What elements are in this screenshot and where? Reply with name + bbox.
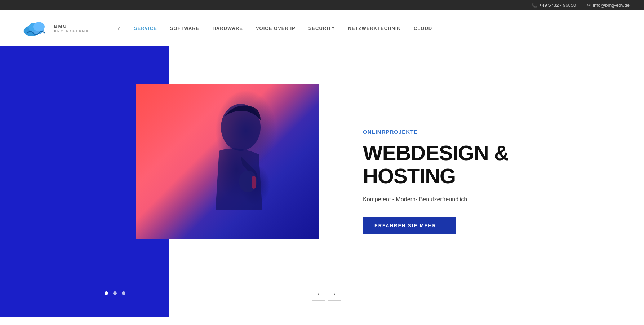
svg-point-3 xyxy=(33,22,45,31)
hero-subtitle: Kompetent - Modern- Benutzerfreundlich xyxy=(363,196,615,203)
nav-cloud-link[interactable]: CLOUD xyxy=(414,26,432,31)
logo-subtext: EDV-SYSTEME xyxy=(54,29,89,32)
navbar: BMG EDV-SYSTEME ⌂ SERVICE SOFTWARE HARDW… xyxy=(0,10,644,46)
person-svg xyxy=(136,84,319,239)
nav-hardware[interactable]: HARDWARE xyxy=(212,25,243,31)
right-content: ONLINRPROJEKTE WEBDESIGN & HOSTING Kompe… xyxy=(320,46,644,317)
logo-cloud-icon xyxy=(22,17,50,39)
slider-dot-1[interactable] xyxy=(105,291,108,295)
category-label: ONLINRPROJEKTE xyxy=(363,129,615,135)
nav-software[interactable]: SOFTWARE xyxy=(170,25,200,31)
nav-voip[interactable]: VOICE OVER IP xyxy=(256,25,296,31)
nav-home[interactable]: ⌂ xyxy=(118,25,121,31)
phone-icon: 📞 xyxy=(531,3,537,8)
cta-button[interactable]: ERFAHREN SIE MEHR ... xyxy=(363,217,456,234)
nav-netzwerk[interactable]: NETZWERKTECHNIK xyxy=(348,25,401,31)
next-arrow-icon: › xyxy=(333,291,335,297)
nav-links: ⌂ SERVICE SOFTWARE HARDWARE VOICE OVER I… xyxy=(118,25,432,31)
nav-cloud[interactable]: CLOUD xyxy=(414,25,432,31)
slider-dot-3[interactable] xyxy=(122,291,125,295)
next-arrow-button[interactable]: › xyxy=(328,287,341,301)
nav-service[interactable]: SERVICE xyxy=(134,25,157,31)
prev-arrow-button[interactable]: ‹ xyxy=(312,287,325,301)
nav-service-link[interactable]: SERVICE xyxy=(134,26,157,32)
arrow-buttons: ‹ › xyxy=(312,287,341,301)
hero-title-line1: WEBDESIGN & xyxy=(363,141,509,164)
slider-dot-2[interactable] xyxy=(113,291,117,295)
nav-netzwerk-link[interactable]: NETZWERKTECHNIK xyxy=(348,26,401,31)
hero-title-line2: HOSTING xyxy=(363,164,456,188)
main-content: ONLINRPROJEKTE WEBDESIGN & HOSTING Kompe… xyxy=(0,46,644,317)
svg-rect-6 xyxy=(252,176,256,189)
phone-number: +49 5732 - 96850 xyxy=(539,3,576,8)
hero-image-bg xyxy=(136,84,319,239)
nav-security[interactable]: SECURITY xyxy=(308,25,335,31)
prev-arrow-icon: ‹ xyxy=(317,291,319,297)
nav-security-link[interactable]: SECURITY xyxy=(308,26,335,31)
email-icon: ✉ xyxy=(587,3,591,8)
logo[interactable]: BMG EDV-SYSTEME xyxy=(22,17,89,39)
phone-contact: 📞 +49 5732 - 96850 xyxy=(531,3,576,8)
home-icon[interactable]: ⌂ xyxy=(118,26,121,31)
email-address: info@bmg-edv.de xyxy=(593,3,630,8)
logo-text: BMG xyxy=(54,23,89,29)
nav-software-link[interactable]: SOFTWARE xyxy=(170,26,200,31)
top-bar: 📞 +49 5732 - 96850 ✉ info@bmg-edv.de xyxy=(0,0,644,10)
hero-image xyxy=(136,84,319,239)
nav-voip-link[interactable]: VOICE OVER IP xyxy=(256,26,296,31)
hero-title: WEBDESIGN & HOSTING xyxy=(363,141,615,188)
slider-dots xyxy=(105,291,125,295)
nav-hardware-link[interactable]: HARDWARE xyxy=(212,26,243,31)
email-contact: ✉ info@bmg-edv.de xyxy=(587,3,630,8)
